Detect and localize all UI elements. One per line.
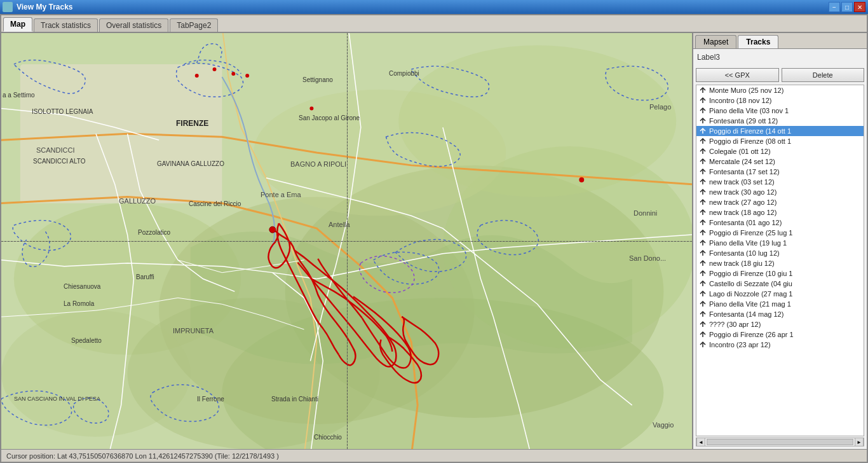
track-item-name: Fontesanta (10 lug 12)	[709, 249, 780, 257]
track-list-item[interactable]: Piano della Vite (19 lug 1	[696, 238, 864, 248]
status-bar: Cursor position: Lat 43,75150507636870 L…	[1, 449, 867, 462]
minimize-button[interactable]: −	[829, 2, 840, 12]
tab-bar: Map Track statistics Overall statistics …	[1, 15, 867, 33]
horizontal-scrollbar[interactable]: ◄ ►	[696, 438, 864, 446]
track-item-name: new track (27 ago 12)	[709, 198, 776, 206]
track-list-item[interactable]: Poggio di Firenze (10 giu 1	[696, 268, 864, 279]
track-item-name: Piano della Vite (19 lug 1	[709, 239, 787, 247]
track-list-item[interactable]: Castello di Sezzate (04 giu	[696, 279, 864, 289]
track-list-item[interactable]: new track (27 ago 12)	[696, 197, 864, 207]
track-list-item[interactable]: Mercatale (24 set 12)	[696, 156, 864, 167]
track-list-item[interactable]: Incontro (18 nov 12)	[696, 95, 864, 106]
track-list-item[interactable]: Fontesanta (01 ago 12)	[696, 218, 864, 228]
track-item-name: Lago di Nozzole (27 mag 1	[709, 290, 792, 298]
track-item-name: Colegale (01 ott 12)	[709, 148, 771, 155]
track-item-name: Incontro (18 nov 12)	[709, 97, 771, 104]
track-list-item[interactable]: Poggio di Firenze (25 lug 1	[696, 228, 864, 238]
track-item-name: new track (03 set 12)	[709, 178, 775, 186]
svg-point-16	[309, 107, 313, 111]
track-item-name: Poggio di Firenze (25 lug 1	[709, 229, 792, 237]
track-item-name: Monte Muro (25 nov 12)	[709, 86, 783, 94]
close-button[interactable]: ✕	[854, 2, 865, 12]
scroll-left-button[interactable]: ◄	[696, 438, 705, 446]
track-list-item[interactable]: Piano della Vite (03 nov 1	[696, 106, 864, 116]
rtab-mapset[interactable]: Mapset	[695, 35, 736, 48]
track-item-icon	[699, 209, 707, 216]
track-list-item[interactable]: Lago di Nozzole (27 mag 1	[696, 289, 864, 299]
track-list-item[interactable]: new track (30 ago 12)	[696, 187, 864, 197]
track-item-icon	[699, 300, 707, 308]
svg-point-15	[245, 74, 249, 78]
track-item-icon	[699, 239, 707, 247]
track-item-icon	[699, 107, 707, 114]
track-item-name: Fontesanta (29 ott 12)	[709, 117, 778, 125]
scroll-thumb[interactable]	[707, 439, 853, 445]
tab-map[interactable]: Map	[3, 17, 32, 32]
right-tab-bar: Mapset Tracks	[693, 33, 867, 49]
track-list-item[interactable]: ???? (30 apr 12)	[696, 319, 864, 329]
svg-point-13	[213, 67, 217, 71]
app-title: View My Tracks	[17, 3, 73, 11]
tab-tabpage2[interactable]: TabPage2	[170, 18, 218, 32]
track-list-item[interactable]: new track (18 ago 12)	[696, 207, 864, 218]
svg-point-8	[1, 310, 191, 437]
track-item-icon	[699, 331, 707, 338]
title-bar: View My Tracks − □ ✕	[0, 0, 868, 14]
title-bar-controls: − □ ✕	[829, 2, 865, 12]
app-icon	[3, 2, 13, 12]
right-content: Label3 << GPX Delete Monte Muro (25 nov …	[693, 49, 867, 449]
track-item-icon	[699, 219, 707, 226]
track-item-name: Poggio di Firenze (26 apr 1	[709, 331, 794, 338]
track-item-icon	[699, 321, 707, 328]
label3-text: Label3	[696, 52, 864, 63]
svg-point-14	[231, 72, 235, 76]
cursor-position: Cursor position: Lat 43,75150507636870 L…	[6, 452, 279, 460]
map-container[interactable]: Settignano Compiobbi FIRENZE ISOLOTTO LE…	[1, 33, 692, 449]
track-list-item[interactable]: Fontesanta (17 set 12)	[696, 167, 864, 177]
track-list-item[interactable]: Monte Muro (25 nov 12)	[696, 85, 864, 95]
track-item-icon	[699, 280, 707, 287]
title-bar-left: View My Tracks	[3, 2, 73, 12]
maximize-button[interactable]: □	[841, 2, 853, 12]
track-list-item[interactable]: new track (03 set 12)	[696, 177, 864, 187]
track-item-icon	[699, 178, 707, 186]
track-item-name: Fontesanta (17 set 12)	[709, 168, 780, 176]
track-list-item[interactable]: Piano della Vite (21 mag 1	[696, 299, 864, 309]
track-list-item[interactable]: Poggio di Firenze (14 ott 1	[696, 126, 864, 136]
track-item-icon	[699, 97, 707, 104]
rtab-tracks[interactable]: Tracks	[738, 35, 778, 48]
track-list-item[interactable]: Poggio di Firenze (08 ott 1	[696, 136, 864, 146]
track-list-item[interactable]: Poggio di Firenze (26 apr 1	[696, 329, 864, 340]
track-list-item[interactable]: Fontesanta (29 ott 12)	[696, 116, 864, 126]
track-item-icon	[699, 188, 707, 196]
track-item-name: Mercatale (24 set 12)	[709, 158, 775, 165]
track-list-item[interactable]: Incontro (23 apr 12)	[696, 340, 864, 350]
track-item-icon	[699, 117, 707, 125]
track-item-icon	[699, 86, 707, 94]
track-item-icon	[699, 341, 707, 349]
main-window: Map Track statistics Overall statistics …	[0, 14, 868, 463]
track-item-icon	[699, 158, 707, 165]
track-list-item[interactable]: Colegale (01 ott 12)	[696, 146, 864, 156]
track-item-icon	[699, 270, 707, 277]
track-list-item[interactable]: Fontesanta (14 mag 12)	[696, 309, 864, 319]
right-panel: Mapset Tracks Label3 << GPX Delete Monte…	[692, 33, 867, 449]
track-item-name: Poggio di Firenze (08 ott 1	[709, 137, 791, 145]
tab-track-statistics[interactable]: Track statistics	[34, 18, 98, 32]
svg-point-11	[269, 226, 276, 233]
track-item-icon	[699, 198, 707, 206]
track-item-name: Piano della Vite (03 nov 1	[709, 107, 789, 114]
gpx-button[interactable]: << GPX	[696, 68, 779, 82]
scroll-right-button[interactable]: ►	[855, 438, 864, 446]
delete-button[interactable]: Delete	[782, 68, 865, 82]
track-list-item[interactable]: Fontesanta (10 lug 12)	[696, 248, 864, 258]
track-item-name: Poggio di Firenze (14 ott 1	[709, 127, 791, 135]
tab-overall-statistics[interactable]: Overall statistics	[99, 18, 168, 32]
track-item-icon	[699, 168, 707, 176]
track-item-icon	[699, 310, 707, 318]
track-item-name: Incontro (23 apr 12)	[709, 341, 771, 349]
track-item-icon	[699, 127, 707, 135]
track-list-item[interactable]: new track (18 giu 12)	[696, 258, 864, 268]
track-list-container[interactable]: Monte Muro (25 nov 12)Incontro (18 nov 1…	[696, 85, 864, 436]
track-item-icon	[699, 137, 707, 145]
